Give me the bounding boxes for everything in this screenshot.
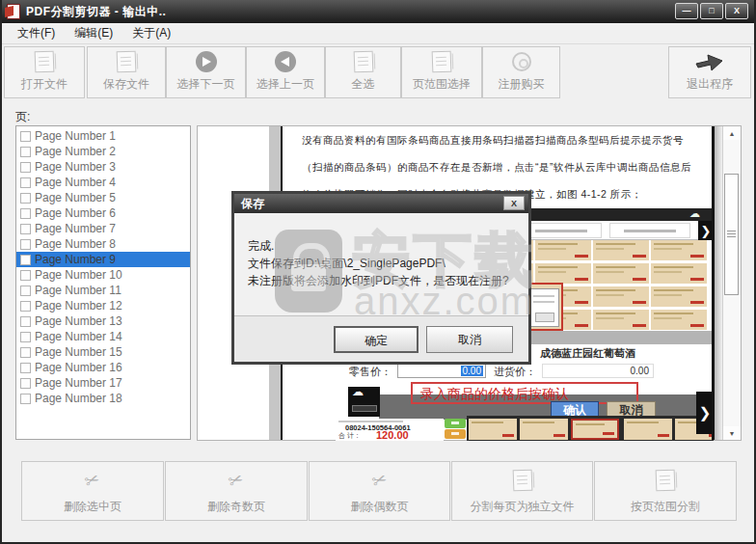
checkbox[interactable]	[20, 208, 31, 219]
pos-product-cell	[624, 419, 672, 440]
list-item-label: Page Number 7	[35, 222, 116, 235]
delete-odd-icon: ✂	[227, 470, 246, 491]
preview-scrollbar[interactable]: ▲ ▼	[722, 126, 741, 440]
register-icon	[483, 47, 559, 76]
menu-item-0[interactable]: 文件(F)	[8, 22, 65, 44]
list-item[interactable]: Page Number 2	[16, 144, 190, 159]
toolbar-button-exit[interactable]: 退出程序	[668, 46, 751, 98]
retail-price-input: 0.00	[397, 364, 486, 378]
checkbox[interactable]	[20, 332, 31, 342]
checkbox[interactable]	[20, 270, 31, 281]
toolbar-button-select-all[interactable]: 全选	[325, 46, 401, 98]
pos-orange-button	[445, 429, 466, 439]
scrollbar-thumb[interactable]	[724, 174, 739, 295]
product-name: 成德蓝庄园红葡萄酒	[540, 346, 635, 361]
list-item[interactable]: Page Number 13	[16, 313, 190, 329]
checkbox[interactable]	[20, 193, 31, 204]
list-item[interactable]: Page Number 18	[16, 391, 190, 406]
list-item-label: Page Number 15	[35, 345, 122, 359]
close-button[interactable]: X	[725, 3, 748, 19]
list-item-label: Page Number 9	[35, 253, 116, 266]
list-item[interactable]: Page Number 16	[16, 360, 190, 375]
page-list[interactable]: Page Number 1Page Number 2Page Number 3P…	[15, 125, 191, 440]
list-item[interactable]: Page Number 4	[16, 175, 190, 190]
toolbar-button-prev-page[interactable]: 选择上一页	[246, 46, 325, 98]
list-item[interactable]: Page Number 1	[16, 128, 190, 144]
list-item[interactable]: Page Number 8	[16, 236, 190, 252]
checkbox[interactable]	[20, 301, 31, 312]
split-each-icon	[452, 462, 592, 499]
ok-button[interactable]: 确定	[334, 326, 418, 353]
toolbar-button-page-range[interactable]: 页范围选择	[401, 46, 482, 98]
list-item[interactable]: Page Number 9	[16, 252, 190, 267]
pos-product-cell	[651, 310, 707, 330]
list-item[interactable]: Page Number 15	[16, 344, 190, 360]
list-item-label: Page Number 10	[35, 268, 122, 282]
list-item[interactable]: Page Number 12	[16, 298, 190, 313]
scroll-up-icon[interactable]: ▲	[723, 126, 741, 140]
list-item[interactable]: Page Number 14	[16, 329, 190, 344]
list-item-label: Page Number 17	[35, 376, 122, 390]
minimize-button[interactable]: —	[675, 3, 698, 19]
checkbox[interactable]	[20, 147, 31, 157]
checkbox[interactable]	[20, 347, 31, 358]
prev-page-icon	[275, 51, 296, 72]
list-item[interactable]: Page Number 3	[16, 159, 190, 175]
list-item[interactable]: Page Number 7	[16, 221, 190, 236]
menu-item-2[interactable]: 关于(A)	[122, 22, 180, 44]
toolbar-button-label: 退出程序	[687, 76, 733, 93]
maximize-button[interactable]: □	[700, 3, 723, 19]
list-item[interactable]: Page Number 11	[16, 283, 190, 298]
retail-price-label: 零售价：	[349, 365, 392, 379]
toolbar-button-register[interactable]: 注册购买	[482, 46, 560, 98]
toolbar-button-open-file[interactable]: 打开文件	[4, 46, 85, 98]
delete-even-icon: ✂	[369, 470, 389, 491]
checkbox[interactable]	[20, 239, 31, 250]
menu-item-1[interactable]: 编辑(E)	[65, 22, 122, 44]
toolbar-button-label: 选择下一页	[177, 76, 235, 93]
exit-icon	[669, 47, 750, 76]
checkbox[interactable]	[20, 286, 31, 296]
checkbox[interactable]	[20, 394, 31, 404]
toolbar-button-label: 注册购买	[499, 76, 545, 93]
toolbar-button-next-page[interactable]: 选择下一页	[166, 46, 246, 98]
split-range-icon	[656, 470, 676, 492]
list-item[interactable]: Page Number 5	[16, 190, 190, 205]
next-page-icon	[167, 47, 245, 76]
cancel-button[interactable]: 取消	[426, 326, 513, 353]
register-icon	[512, 52, 531, 71]
list-item[interactable]: Page Number 10	[16, 267, 190, 283]
open-file-icon	[5, 47, 84, 76]
bottom-button-delete-even[interactable]: ✂删除偶数页	[309, 461, 450, 521]
purchase-price-label: 进货价：	[494, 365, 536, 379]
dialog-close-button[interactable]: X	[503, 196, 525, 210]
bottom-button-label: 分割每页为独立文件	[471, 499, 575, 515]
delete-selected-icon: ✂	[22, 462, 163, 499]
checkbox[interactable]	[20, 378, 31, 389]
list-item-label: Page Number 4	[35, 176, 116, 189]
bottom-button-label: 删除偶数页	[351, 499, 409, 515]
next-page-icon	[196, 51, 217, 72]
list-item[interactable]: Page Number 17	[16, 375, 190, 391]
checkbox[interactable]	[20, 177, 31, 188]
list-item[interactable]: Page Number 6	[16, 205, 190, 221]
pos-product-cell	[571, 419, 619, 440]
dialog-title: 保存	[241, 196, 264, 212]
bottom-button-delete-selected[interactable]: ✂删除选中页	[21, 461, 164, 521]
bottom-button-split-each[interactable]: 分割每页为独立文件	[451, 461, 593, 521]
scroll-down-icon[interactable]: ▼	[723, 426, 741, 440]
dialog-message-line: 完成.	[248, 238, 274, 255]
checkbox[interactable]	[20, 255, 31, 265]
pos-green-button	[445, 419, 466, 428]
checkbox[interactable]	[20, 363, 31, 373]
list-item-label: Page Number 16	[35, 361, 122, 374]
checkbox[interactable]	[20, 162, 31, 173]
bottom-button-split-range[interactable]: 按页范围分割	[594, 461, 737, 521]
checkbox[interactable]	[20, 224, 31, 234]
checkbox[interactable]	[20, 131, 31, 142]
pos-product-cell	[593, 263, 649, 284]
checkbox[interactable]	[20, 316, 31, 327]
bottom-button-label: 按页范围分割	[631, 499, 700, 515]
toolbar-button-save-file[interactable]: 保存文件	[87, 46, 166, 98]
bottom-button-delete-odd[interactable]: ✂删除奇数页	[165, 461, 308, 521]
